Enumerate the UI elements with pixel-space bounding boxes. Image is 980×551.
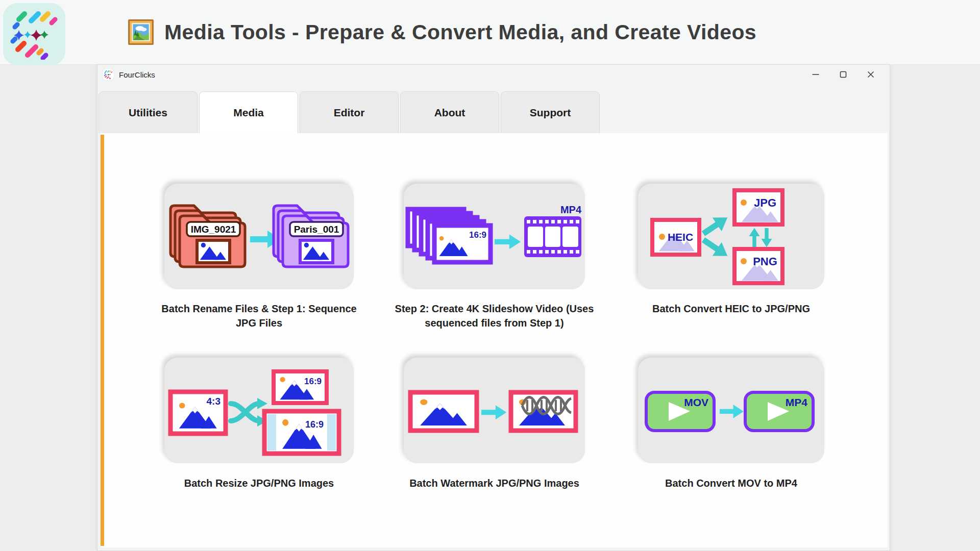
tab-editor[interactable]: Editor — [300, 91, 399, 133]
tab-editor-label: Editor — [334, 107, 365, 119]
source-folder-label: IMG_9021 — [191, 224, 236, 235]
card-convert-heic-title: Batch Convert HEIC to JPG/PNG — [628, 302, 835, 316]
tab-support[interactable]: Support — [501, 91, 600, 133]
card-batch-rename-title: Batch Rename Files & Step 1: Sequence JP… — [154, 302, 364, 330]
minimize-button[interactable] — [802, 65, 829, 84]
card-batch-rename[interactable]: IMG_9021 Paris_001 — [164, 184, 354, 289]
folders-rename-icon: IMG_9021 Paris_001 — [164, 184, 354, 289]
left-accent-bar — [101, 135, 104, 546]
tab-utilities[interactable]: Utilities — [99, 91, 198, 133]
tab-about[interactable]: About — [400, 91, 499, 133]
photos-to-video-icon: 16:9 MP4 — [404, 184, 585, 289]
tab-utilities-label: Utilities — [129, 107, 167, 119]
card-batch-resize[interactable]: 4:3 16:9 16:9 — [164, 358, 354, 463]
heic-label: HEIC — [668, 231, 693, 243]
card-batch-watermark[interactable] — [404, 358, 585, 463]
tab-bar: Utilities Media Editor About Support — [99, 91, 600, 133]
maximize-button[interactable] — [829, 65, 857, 84]
aspect-ratio-label: 16:9 — [469, 230, 486, 240]
aspect-4-3-label: 4:3 — [207, 396, 220, 407]
tab-support-label: Support — [530, 107, 571, 119]
mp4-label: MP4 — [786, 396, 808, 408]
card-convert-mov[interactable]: MOV MP4 — [638, 358, 824, 463]
heic-convert-icon: HEIC JPG PNG — [638, 184, 824, 289]
tab-media[interactable]: Media — [199, 91, 298, 133]
jpg-label: JPG — [754, 196, 776, 209]
tab-about-label: About — [434, 107, 465, 119]
window-title: FourClicks — [119, 70, 155, 79]
framed-picture-icon — [128, 19, 154, 45]
minimize-icon — [812, 71, 819, 78]
fourclicks-logo — [3, 3, 65, 65]
aspect-16-9-bottom-label: 16:9 — [305, 419, 324, 430]
app-window: FourClicks Utilities Media Editor About … — [97, 64, 890, 551]
close-button[interactable] — [857, 65, 885, 84]
target-folder-label: Paris_001 — [294, 224, 339, 235]
fourclicks-titlebar-icon — [103, 69, 114, 80]
maximize-icon — [840, 71, 847, 78]
fourclicks-logo-art — [9, 9, 60, 60]
card-convert-heic[interactable]: HEIC JPG PNG — [638, 184, 824, 289]
card-convert-mov-title: Batch Convert MOV to MP4 — [628, 476, 835, 490]
window-titlebar: FourClicks — [97, 65, 890, 84]
card-batch-resize-title: Batch Resize JPG/PNG Images — [154, 476, 364, 490]
card-batch-watermark-title: Batch Watermark JPG/PNG Images — [394, 476, 595, 490]
media-tab-content: IMG_9021 Paris_001 Batch Rename Files & … — [101, 133, 888, 547]
mp4-output-label: MP4 — [560, 204, 582, 215]
card-create-slideshow-title: Step 2: Create 4K Slideshow Video (Uses … — [394, 302, 595, 330]
card-create-slideshow[interactable]: 16:9 MP4 — [404, 184, 585, 289]
mov-to-mp4-icon: MOV MP4 — [638, 358, 824, 463]
resize-images-icon: 4:3 16:9 16:9 — [164, 358, 354, 463]
watermark-image-icon — [404, 358, 585, 463]
png-label: PNG — [753, 255, 777, 268]
aspect-16-9-top-label: 16:9 — [304, 377, 322, 386]
close-icon — [867, 71, 874, 78]
tab-media-label: Media — [233, 107, 264, 119]
page-title: Media Tools - Prepare & Convert Media, a… — [164, 20, 756, 44]
mov-label: MOV — [684, 396, 708, 408]
